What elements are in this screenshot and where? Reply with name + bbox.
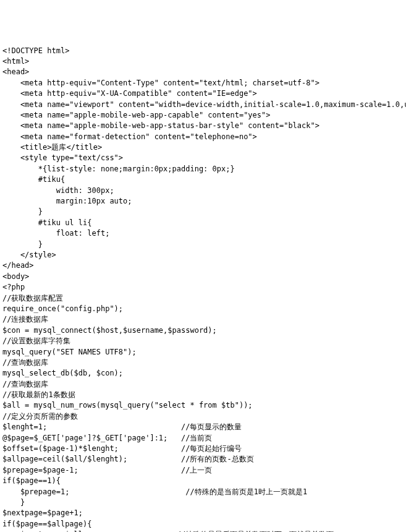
code-line: <meta http-equiv="X-UA-Compatible" conte…: [2, 88, 404, 99]
code-line: //获取数据库配置: [2, 293, 404, 304]
code-line: $offset=($page-1)*$lenght; //每页起始行编号: [2, 444, 404, 454]
code-line: <meta http-equiv="Content-Type" content=…: [2, 78, 404, 88]
code-line: margin:10px auto;: [2, 196, 404, 207]
code-line: width: 300px;: [2, 186, 404, 196]
code-line: #tiku{: [2, 174, 404, 185]
code-line: <head>: [2, 67, 404, 77]
code-line: //查询数据库: [2, 379, 404, 390]
code-line: }: [2, 497, 404, 508]
code-line: //获取最新的1条数据: [2, 390, 404, 400]
code-line: #tiku ul li{: [2, 218, 404, 228]
code-line: <meta name="viewport" content="width=dev…: [2, 100, 404, 110]
code-line: mysql_select_db($db, $con);: [2, 368, 404, 379]
code-line: *{list-style: none;margin:0px;padding: 0…: [2, 164, 404, 174]
code-line: float: left;: [2, 228, 404, 239]
code-line: }: [2, 239, 404, 250]
code-line: $all = mysql_num_rows(mysql_query("selec…: [2, 400, 404, 411]
code-line: //查询数据库: [2, 358, 404, 368]
code-line: $allpage=ceil($all/$lenght); //所有的页数-总数页: [2, 454, 404, 465]
code-line: }: [2, 207, 404, 217]
code-line: <title>题库</title>: [2, 142, 404, 153]
code-line: mysql_query("SET NAMES UTF8");: [2, 347, 404, 358]
code-line: @$page=$_GET['page']?$_GET['page']:1; //…: [2, 433, 404, 444]
code-block: <!DOCTYPE html><html><head> <meta http-e…: [2, 46, 404, 532]
code-line: //连接数据库: [2, 314, 404, 325]
code-line: <?php: [2, 282, 404, 293]
code-line: if($page==$allpage){: [2, 519, 404, 530]
code-line: <body>: [2, 272, 404, 282]
code-line: </head>: [2, 260, 404, 271]
code-line: $con = mysql_connect($host,$username,$pa…: [2, 325, 404, 336]
code-line: <meta name="apple-mobile-web-app-capable…: [2, 110, 404, 121]
code-line: <html>: [2, 56, 404, 67]
code-line: //定义分页所需的参数: [2, 411, 404, 422]
code-line: <style type="text/css">: [2, 153, 404, 163]
code-line: $lenght=1; //每页显示的数量: [2, 422, 404, 432]
code-line: <!DOCTYPE html>: [2, 46, 404, 56]
code-line: $prepage=1; //特殊的是当前页是1时上一页就是1: [2, 487, 404, 497]
code-line: $nextpage=$page+1;: [2, 508, 404, 518]
code-line: <meta name="format-detection" content="t…: [2, 132, 404, 142]
code-line: if($page==1){: [2, 476, 404, 486]
code-line: //设置数据库字符集: [2, 336, 404, 346]
code-line: $prepage=$page-1; //上一页: [2, 465, 404, 476]
code-line: $nextpage=$allpage; //特殊的是最后页是总数页时下一页就是总…: [2, 530, 404, 532]
code-line: </style>: [2, 250, 404, 260]
code-line: require_once("config.php");: [2, 304, 404, 314]
code-line: <meta name="apple-mobile-web-app-status-…: [2, 121, 404, 131]
